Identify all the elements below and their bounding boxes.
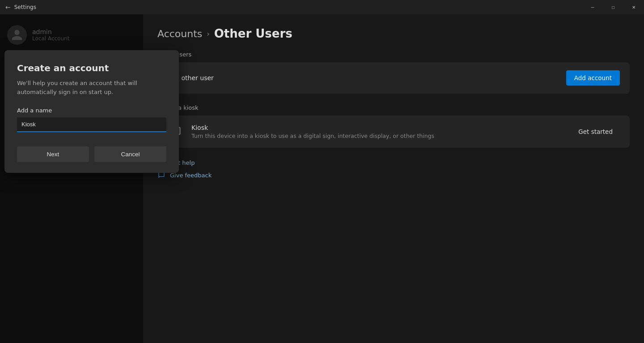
footer-links: Get help Give feedback xyxy=(157,159,630,179)
breadcrumb: Accounts › Other Users xyxy=(157,27,630,40)
breadcrumb-separator: › xyxy=(207,30,209,38)
titlebar: ← Settings ─ □ ✕ xyxy=(0,0,644,14)
breadcrumb-accounts-link[interactable]: Accounts xyxy=(157,28,202,39)
maximize-button[interactable]: □ xyxy=(603,0,623,14)
kiosk-section-title: Set up a kiosk xyxy=(157,104,630,111)
app-title: Settings xyxy=(14,4,36,10)
minimize-button[interactable]: ─ xyxy=(582,0,603,14)
kiosk-info: Kiosk Turn this device into a kiosk to u… xyxy=(191,124,563,139)
back-button[interactable]: ← xyxy=(5,4,11,11)
dialog-buttons: Next Cancel xyxy=(17,146,166,162)
next-button[interactable]: Next xyxy=(17,146,89,162)
titlebar-controls: ─ □ ✕ xyxy=(582,0,644,14)
add-account-button[interactable]: Add account xyxy=(566,70,620,86)
kiosk-name: Kiosk xyxy=(191,124,563,131)
create-account-dialog: Create an account We'll help you create … xyxy=(4,50,179,173)
kiosk-section: Set up a kiosk Kiosk Turn this device in… xyxy=(157,104,630,148)
other-users-section-title: Other users xyxy=(157,51,630,58)
cancel-button[interactable]: Cancel xyxy=(94,146,166,162)
get-started-button[interactable]: Get started xyxy=(571,124,620,139)
add-other-user-card: Add other user Add account xyxy=(157,62,630,94)
main-content: Accounts › Other Users Other users Add o… xyxy=(143,14,644,343)
give-feedback-label: Give feedback xyxy=(170,172,212,179)
breadcrumb-current: Other Users xyxy=(214,27,292,40)
dialog-description: We'll help you create an account that wi… xyxy=(17,79,166,96)
dialog-title: Create an account xyxy=(17,63,166,73)
titlebar-left: ← Settings xyxy=(5,4,36,11)
close-button[interactable]: ✕ xyxy=(623,0,644,14)
name-input[interactable] xyxy=(17,117,166,132)
get-help-link[interactable]: Get help xyxy=(157,159,630,167)
kiosk-card: Kiosk Turn this device into a kiosk to u… xyxy=(157,116,630,148)
give-feedback-link[interactable]: Give feedback xyxy=(157,171,630,179)
field-label: Add a name xyxy=(17,107,166,114)
kiosk-description: Turn this device into a kiosk to use as … xyxy=(191,133,563,139)
